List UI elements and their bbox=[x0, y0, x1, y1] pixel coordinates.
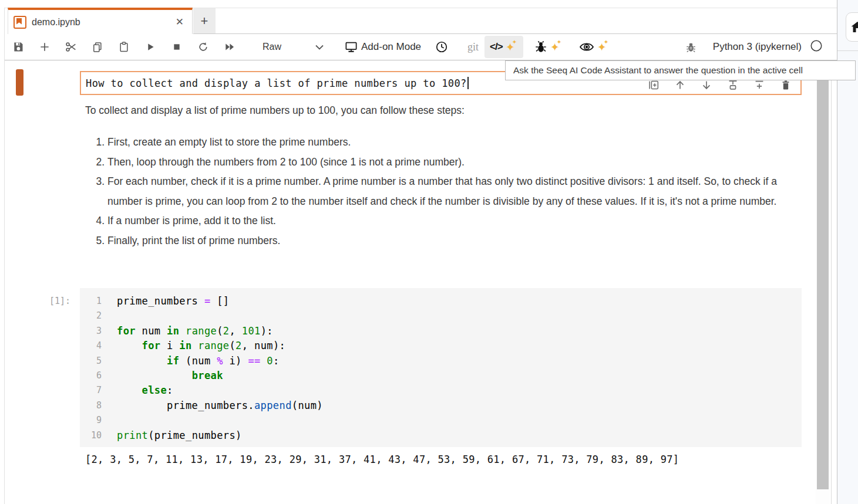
code-line[interactable]: 2 bbox=[80, 309, 802, 323]
cell-output-text: [2, 3, 5, 7, 11, 13, 17, 19, 23, 29, 31,… bbox=[85, 454, 679, 465]
line-number: 8 bbox=[80, 398, 108, 413]
notebook-right-border bbox=[831, 60, 832, 504]
code-line-text: if (num % i) == 0: bbox=[108, 354, 280, 368]
vertical-scrollbar-track[interactable] bbox=[816, 60, 830, 504]
code-line-text: print(prime_numbers) bbox=[108, 428, 242, 443]
line-number: 9 bbox=[80, 413, 108, 428]
ai-review-assistant-button[interactable]: ✦✦ bbox=[574, 36, 615, 58]
ai-assistant-tooltip: Ask the Seeq AI Code Assistant to answer… bbox=[505, 60, 856, 80]
monitor-icon bbox=[345, 41, 358, 53]
save-button[interactable] bbox=[8, 37, 28, 57]
line-number: 2 bbox=[80, 309, 108, 323]
code-line-text: else: bbox=[108, 383, 173, 398]
markdown-step: If a number is prime, add it to the list… bbox=[107, 211, 793, 231]
sparkle-icon: ✦✦ bbox=[597, 39, 610, 55]
line-number: 7 bbox=[80, 383, 108, 398]
left-panel-divider bbox=[4, 8, 5, 504]
debugger-bug-icon bbox=[685, 41, 697, 53]
kernel-name-button[interactable]: Python 3 (ipykernel) bbox=[713, 41, 802, 53]
tabstrip-empty-area bbox=[216, 8, 837, 34]
ai-code-assistant-button[interactable]: </> ✦✦ bbox=[484, 36, 523, 58]
restart-run-all-button[interactable] bbox=[220, 37, 240, 57]
line-number: 1 bbox=[80, 294, 108, 309]
code-line-text: for i in range(2, num): bbox=[108, 339, 285, 353]
code-line-text: for num in range(2, 101): bbox=[108, 324, 273, 339]
code-brackets-icon: </> bbox=[490, 41, 503, 53]
code-line-text: prime_numbers = [] bbox=[108, 294, 229, 309]
home-icon bbox=[850, 20, 858, 34]
ai-bug-assistant-button[interactable]: ✦✦ bbox=[529, 36, 568, 58]
paste-cells-button[interactable] bbox=[114, 37, 134, 57]
sparkle-icon: ✦✦ bbox=[505, 39, 518, 55]
markdown-output: To collect and display a list of prime n… bbox=[85, 101, 793, 251]
interrupt-kernel-button[interactable] bbox=[167, 37, 187, 57]
code-line-text bbox=[108, 309, 117, 323]
cell-collapser[interactable] bbox=[16, 69, 23, 96]
restart-kernel-button[interactable] bbox=[193, 37, 213, 57]
bug-icon bbox=[534, 40, 547, 54]
markdown-step: First, create an empty list to store the… bbox=[107, 133, 793, 153]
execution-count-label: [1]: bbox=[49, 296, 70, 306]
code-line[interactable]: 3for num in range(2, 101): bbox=[80, 324, 802, 339]
kernel-status-icon[interactable] bbox=[810, 39, 823, 55]
side-panel-divider bbox=[837, 50, 858, 51]
code-line-text bbox=[108, 413, 117, 428]
code-line[interactable]: 7 else: bbox=[80, 383, 802, 398]
history-clock-button[interactable] bbox=[432, 37, 452, 57]
markdown-step: Finally, print the list of prime numbers… bbox=[107, 231, 793, 251]
code-line[interactable]: 8 prime_numbers.append(num) bbox=[80, 398, 802, 413]
cell-type-select[interactable]: Raw bbox=[254, 37, 329, 57]
cut-cells-button[interactable] bbox=[61, 37, 81, 57]
tab-title: demo.ipynb bbox=[32, 17, 173, 28]
markdown-steps-list: First, create an empty list to store the… bbox=[88, 133, 793, 251]
tab-demo-ipynb[interactable]: demo.ipynb ✕ bbox=[8, 8, 193, 34]
debugger-button[interactable] bbox=[681, 37, 701, 57]
markdown-intro: To collect and display a list of prime n… bbox=[85, 101, 793, 120]
addon-mode-label: Add-on Mode bbox=[361, 41, 421, 53]
new-tab-button[interactable]: + bbox=[193, 8, 216, 34]
code-line[interactable]: 6 break bbox=[80, 368, 802, 383]
insert-cell-button[interactable] bbox=[35, 37, 55, 57]
notebook-file-icon bbox=[14, 16, 26, 29]
code-line-text: prime_numbers.append(num) bbox=[108, 398, 323, 413]
close-tab-icon[interactable]: ✕ bbox=[173, 15, 186, 29]
code-line-text: break bbox=[108, 368, 223, 383]
eye-icon bbox=[579, 40, 594, 53]
jupyterlab-window: demo.ipynb ✕ + R bbox=[0, 0, 858, 504]
line-number: 3 bbox=[80, 324, 108, 339]
run-cell-button[interactable] bbox=[140, 37, 160, 57]
line-number: 6 bbox=[80, 368, 108, 383]
vertical-scrollbar-thumb[interactable] bbox=[817, 75, 829, 489]
line-number: 5 bbox=[80, 354, 108, 368]
line-number: 10 bbox=[80, 428, 108, 443]
code-line[interactable]: 5 if (num % i) == 0: bbox=[80, 354, 802, 368]
addon-mode-button[interactable]: Add-on Mode bbox=[345, 41, 421, 53]
active-cell-text: How to collect and display a list of pri… bbox=[86, 77, 467, 89]
code-cell-editor[interactable]: 1prime_numbers = []23for num in range(2,… bbox=[80, 288, 802, 447]
code-line[interactable]: 9 bbox=[80, 413, 802, 428]
cell-type-value: Raw bbox=[263, 42, 281, 52]
sparkle-icon: ✦✦ bbox=[550, 39, 563, 55]
code-line[interactable]: 1prime_numbers = [] bbox=[80, 294, 802, 309]
line-number: 4 bbox=[80, 339, 108, 353]
copy-cells-button[interactable] bbox=[88, 37, 107, 57]
markdown-step: Then, loop through the numbers from 2 to… bbox=[107, 153, 793, 172]
chevron-down-icon bbox=[315, 45, 324, 50]
code-line[interactable]: 10print(prime_numbers) bbox=[80, 428, 802, 443]
text-cursor bbox=[467, 77, 469, 89]
git-button[interactable]: git bbox=[467, 41, 479, 53]
code-line[interactable]: 4 for i in range(2, num): bbox=[80, 339, 802, 353]
home-button[interactable] bbox=[846, 12, 858, 42]
notebook-toolbar: Raw Add-on Mode git </> ✦✦ ✦✦ ✦✦ Python … bbox=[5, 34, 837, 60]
markdown-step: For each number, check if it is a prime … bbox=[107, 172, 793, 211]
